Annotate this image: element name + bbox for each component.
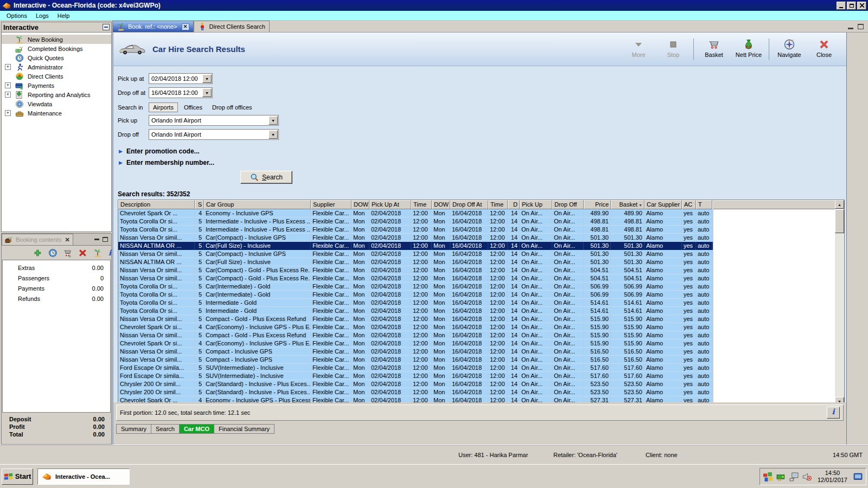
table-row[interactable]: Nissan Versa Or simil...5Car(Compact) - … <box>118 250 713 258</box>
table-row[interactable]: Chevrolet Spark Or si...4Car(Economy) - … <box>118 323 713 331</box>
dropoff-at-dropdown-icon[interactable]: ▼ <box>202 88 212 97</box>
sidebar-item-administrator[interactable]: +Administrator <box>2 62 111 72</box>
column-header-supplier[interactable]: Supplier <box>311 200 352 209</box>
antivirus-tray-icon[interactable] <box>763 472 773 481</box>
table-row[interactable]: NISSAN ALTIMA OR ...5Car(Full Size) - In… <box>118 242 713 250</box>
search-button[interactable]: Search <box>240 171 292 184</box>
sidebar-item-maintenance[interactable]: +Maintenance <box>2 108 111 118</box>
table-row[interactable]: Chevrolet Spark Or ...4Economy - Inclusi… <box>118 396 713 402</box>
table-row[interactable]: Toyota Corolla Or si...5Car(Intermediate… <box>118 291 713 299</box>
column-header-car-group[interactable]: Car Group <box>204 200 311 209</box>
basket-transfer-icon[interactable] <box>63 248 72 258</box>
pickup-dropdown-icon[interactable]: ▼ <box>269 116 278 125</box>
bottom-tab-financial-summary[interactable]: Financial Summary <box>214 424 275 434</box>
start-button[interactable]: Start <box>2 468 33 485</box>
column-header-d[interactable]: D <box>508 200 520 209</box>
membership-expander[interactable]: ▶ Enter membership number... <box>119 159 846 166</box>
column-header-s[interactable]: S <box>195 200 204 209</box>
table-row[interactable]: Toyota Corolla Or si...5Intermediate - I… <box>118 226 713 234</box>
dropoff-at-combo[interactable]: 16/04/2018 12:00 ▼ <box>149 87 213 98</box>
maximize-button[interactable] <box>847 2 856 10</box>
column-header-dow[interactable]: DOW <box>352 200 369 209</box>
promo-code-expander[interactable]: ▶ Enter promotion code... <box>119 147 846 155</box>
menu-options[interactable]: Options <box>2 12 31 20</box>
table-row[interactable]: Chrysler 200 Or simil...5Car(Standard) -… <box>118 380 713 388</box>
network-tray-icon[interactable] <box>789 472 799 481</box>
taskbar-task-button[interactable]: Interactive - Ocea... <box>37 468 130 485</box>
column-header-description[interactable]: Description <box>118 200 195 209</box>
close-button[interactable]: Close <box>807 37 841 59</box>
nett-price-button[interactable]: Nett Price <box>732 37 765 59</box>
dropoff-dropdown-icon[interactable]: ▼ <box>269 130 278 139</box>
booking-panel-maximize-icon[interactable] <box>103 237 108 242</box>
table-row[interactable]: Nissan Versa Or simil...5Compact - Gold … <box>118 315 713 323</box>
search-in-tab-offices[interactable]: Offices <box>180 103 206 112</box>
booking-panel-minimize-icon[interactable] <box>94 239 99 240</box>
show-desktop-icon[interactable] <box>853 472 863 481</box>
expand-plus-icon[interactable]: + <box>5 92 11 98</box>
table-row[interactable]: Chrysler 200 Or simil...5Car(Standard) -… <box>118 388 713 396</box>
scroll-thumb[interactable] <box>835 209 844 233</box>
table-row[interactable]: Chevrolet Spark Or ...4Economy - Inclusi… <box>118 209 713 217</box>
table-row[interactable]: Nissan Versa Or simil...5Compact - Inclu… <box>118 348 713 356</box>
basket-button[interactable]: Basket <box>697 37 731 59</box>
table-row[interactable]: Toyota Corolla Or si...5Car(Intermediate… <box>118 282 713 291</box>
table-row[interactable]: Chevrolet Spark Or si...4Car(Economy) - … <box>118 339 713 348</box>
doc-maximize-icon[interactable] <box>858 24 864 29</box>
expand-plus-icon[interactable]: + <box>5 110 11 116</box>
pickup-combo[interactable]: Orlando Intl Airport ▼ <box>149 115 279 126</box>
table-row[interactable]: Nissan Versa Or simil...5Car(Compact) - … <box>118 234 713 242</box>
column-header-pick-up-at[interactable]: Pick Up At <box>369 200 411 209</box>
sidebar-item-viewdata[interactable]: Viewdata <box>2 99 111 108</box>
table-row[interactable]: NISSAN ALTIMA OR ...5Car(Full Size) - In… <box>118 258 713 266</box>
sidebar-item-direct-clients[interactable]: Direct Clients <box>2 72 111 81</box>
column-header-time[interactable]: Time <box>411 200 432 209</box>
dropoff-combo[interactable]: Orlando Intl Airport ▼ <box>149 129 279 140</box>
minimize-button[interactable] <box>837 2 846 10</box>
doc-minimize-icon[interactable] <box>848 28 853 29</box>
menu-logs[interactable]: Logs <box>31 12 53 20</box>
sidebar-item-new-booking[interactable]: New Booking <box>2 35 111 44</box>
pickup-at-combo[interactable]: 02/04/2018 12:00 ▼ <box>149 73 213 84</box>
column-header-ac[interactable]: AC <box>682 200 696 209</box>
bottom-tab-search[interactable]: Search <box>151 424 180 434</box>
table-row[interactable]: Nissan Versa Or simil...5Car(Compact) - … <box>118 266 713 274</box>
bottom-tab-summary[interactable]: Summary <box>116 424 151 434</box>
sidebar-item-quick-quotes[interactable]: Quick Quotes <box>2 53 111 62</box>
table-row[interactable]: Ford Escape Or simila...5SUV(Intermediat… <box>118 372 713 380</box>
search-in-tab-drop-off-offices[interactable]: Drop off offices <box>208 103 256 112</box>
column-header-price[interactable]: Price <box>584 200 611 209</box>
column-header-basket[interactable]: Basket▼ <box>611 200 644 209</box>
doc-tab-direct-clients-search[interactable]: Direct Clients Search <box>194 21 270 32</box>
info-button[interactable]: i <box>827 407 840 419</box>
add-icon[interactable] <box>33 248 42 258</box>
table-row[interactable]: Toyota Corolla Or si...5Intermediate - G… <box>118 307 713 315</box>
column-header-car-supplier[interactable]: Car Supplier <box>644 200 682 209</box>
info-icon[interactable]: i <box>108 248 111 257</box>
sidebar-item-reporting-and-analytics[interactable]: +Reporting and Analytics <box>2 90 111 99</box>
column-header-pick-up[interactable]: Pick Up <box>520 200 552 209</box>
pickup-at-dropdown-icon[interactable]: ▼ <box>202 74 212 83</box>
booking-contents-tab[interactable]: Booking contents ✕ <box>2 234 73 245</box>
tab-close-icon[interactable]: ✕ <box>182 23 189 30</box>
close-button[interactable] <box>857 2 866 10</box>
sidebar-item-completed-bookings[interactable]: Completed Bookings <box>2 44 111 53</box>
expand-plus-icon[interactable]: + <box>5 82 11 88</box>
doc-tab-book-ref-none-[interactable]: Book. ref.: <none>✕ <box>112 21 194 32</box>
column-header-time[interactable]: Time <box>488 200 508 209</box>
table-row[interactable]: Ford Escape Or simila...5SUV(Intermediat… <box>118 364 713 372</box>
search-in-tab-airports[interactable]: Airports <box>149 102 178 112</box>
expand-plus-icon[interactable]: + <box>5 64 11 70</box>
volume-muted-tray-icon[interactable] <box>802 472 812 481</box>
table-row[interactable]: Nissan Versa Or simil...5Compact - Gold … <box>118 331 713 339</box>
booking-contents-close-icon[interactable]: ✕ <box>65 236 69 243</box>
column-header-dow[interactable]: DOW <box>432 200 450 209</box>
delete-icon[interactable] <box>78 248 87 258</box>
navigate-button[interactable]: Navigate <box>773 37 806 59</box>
network-card-tray-icon[interactable] <box>776 472 786 481</box>
new-booking-icon[interactable] <box>93 248 103 258</box>
table-row[interactable]: Nissan Versa Or simil...5Compact - Inclu… <box>118 356 713 364</box>
table-row[interactable]: Toyota Corolla Or si...5Intermediate - I… <box>118 217 713 226</box>
quick-quote-icon[interactable] <box>48 248 58 258</box>
column-header-drop-off-at[interactable]: Drop Off At <box>450 200 488 209</box>
